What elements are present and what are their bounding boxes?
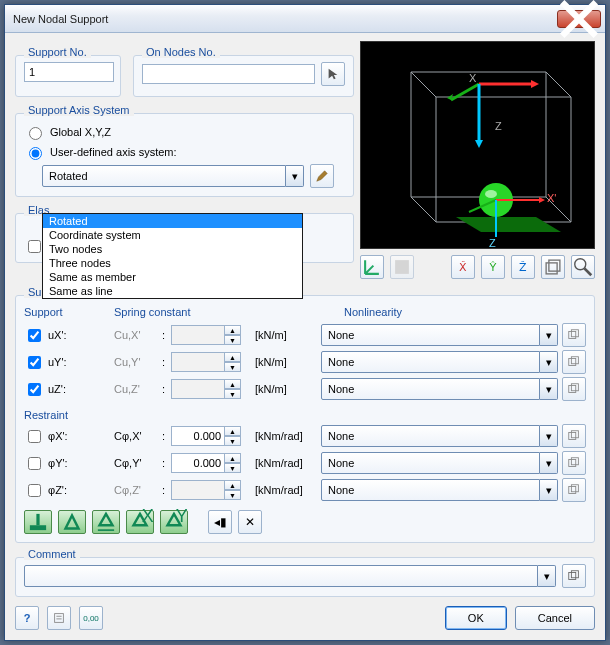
- svg-line-3: [546, 72, 571, 97]
- spring-spin[interactable]: ▲▼: [171, 426, 249, 446]
- window-title: New Nodal Support: [13, 13, 557, 25]
- svg-rect-51: [55, 614, 64, 623]
- svg-rect-25: [549, 260, 560, 271]
- nonlinearity-combo[interactable]: None▾: [321, 425, 558, 447]
- comment-combo[interactable]: ▾: [24, 565, 556, 587]
- spring-head: Spring constant: [114, 306, 314, 318]
- svg-point-16: [485, 190, 497, 198]
- close-button[interactable]: [557, 10, 601, 28]
- nonlin-edit-button[interactable]: [562, 323, 586, 347]
- axis-type-dropdown-list[interactable]: Rotated Coordinate system Two nodes Thre…: [42, 213, 303, 299]
- svg-text:X: X: [142, 509, 153, 526]
- nonlin-edit-button[interactable]: [562, 478, 586, 502]
- svg-text:Z: Z: [489, 237, 496, 249]
- support-check[interactable]: [28, 329, 41, 342]
- preset-roller-x-button[interactable]: [92, 510, 120, 534]
- support-no-input[interactable]: [24, 62, 114, 82]
- units-button[interactable]: 0,00: [79, 606, 103, 630]
- preset-pinned-button[interactable]: [58, 510, 86, 534]
- svg-rect-34: [569, 433, 576, 440]
- support-check[interactable]: [28, 457, 41, 470]
- nonlinearity-combo[interactable]: None▾: [321, 479, 558, 501]
- nonlin-edit-button[interactable]: [562, 424, 586, 448]
- spring-spin: ▲▼: [171, 379, 249, 399]
- dropdown-item[interactable]: Coordinate system: [43, 228, 302, 242]
- chevron-down-icon[interactable]: ▾: [286, 165, 304, 187]
- cancel-button[interactable]: Cancel: [515, 606, 595, 630]
- on-nodes-legend: On Nodes No.: [142, 46, 220, 58]
- help-button[interactable]: ?: [15, 606, 39, 630]
- nonlinearity-combo[interactable]: None▾: [321, 452, 558, 474]
- preset-save-button[interactable]: ◂▮: [208, 510, 232, 534]
- svg-rect-31: [571, 357, 578, 364]
- svg-rect-38: [569, 487, 576, 494]
- svg-line-8: [451, 84, 479, 100]
- axis-edit-button[interactable]: [310, 164, 334, 188]
- spring-spin: ▲▼: [171, 325, 249, 345]
- svg-rect-39: [571, 485, 578, 492]
- svg-text:Y: Y: [176, 509, 187, 526]
- nonlinearity-combo[interactable]: None▾: [321, 324, 558, 346]
- cube-toggle-button[interactable]: [390, 255, 414, 279]
- column-z-checkbox[interactable]: [28, 240, 41, 253]
- nonlinearity-combo[interactable]: None▾: [321, 378, 558, 400]
- preset-roller-z-button[interactable]: Y: [160, 510, 188, 534]
- svg-marker-42: [66, 516, 79, 529]
- preset-clear-button[interactable]: ✕: [238, 510, 262, 534]
- dropdown-item[interactable]: Same as member: [43, 270, 302, 284]
- nonlin-head: Nonlinearity: [344, 306, 586, 318]
- restraint-head: Restraint: [24, 409, 586, 421]
- support-check[interactable]: [28, 383, 41, 396]
- axis-toggle-button[interactable]: [360, 255, 384, 279]
- svg-line-27: [584, 268, 591, 275]
- details-button[interactable]: [47, 606, 71, 630]
- nonlinearity-combo[interactable]: None▾: [321, 351, 558, 373]
- ok-button[interactable]: OK: [445, 606, 507, 630]
- nonlin-edit-button[interactable]: [562, 350, 586, 374]
- preset-roller-y-button[interactable]: X: [126, 510, 154, 534]
- view-z-button[interactable]: Ẑ: [511, 255, 535, 279]
- comment-lib-button[interactable]: [562, 564, 586, 588]
- comment-legend: Comment: [24, 548, 80, 560]
- axis-system-legend: Support Axis System: [24, 104, 134, 116]
- axis-user-radio[interactable]: [29, 147, 42, 160]
- svg-text:X: X: [469, 72, 477, 84]
- svg-marker-14: [456, 217, 561, 232]
- axis-type-combo[interactable]: Rotated ▾: [42, 165, 304, 187]
- svg-rect-29: [571, 330, 578, 337]
- view-y-button[interactable]: Ŷ: [481, 255, 505, 279]
- svg-rect-36: [569, 460, 576, 467]
- chevron-down-icon[interactable]: ▾: [538, 565, 556, 587]
- axis-user-label: User-defined axis system:: [50, 146, 177, 158]
- svg-rect-28: [569, 332, 576, 339]
- view-x-button[interactable]: X̂: [451, 255, 475, 279]
- support-check[interactable]: [28, 356, 41, 369]
- spring-spin[interactable]: ▲▼: [171, 453, 249, 473]
- titlebar: New Nodal Support: [5, 5, 605, 33]
- dialog-new-nodal-support: New Nodal Support Support No. On Nodes N…: [4, 4, 606, 641]
- svg-point-26: [575, 259, 586, 270]
- pick-nodes-button[interactable]: [321, 62, 345, 86]
- nonlin-edit-button[interactable]: [562, 451, 586, 475]
- svg-rect-49: [569, 573, 576, 580]
- iso-view-button[interactable]: [541, 255, 565, 279]
- clip-view-button[interactable]: [571, 255, 595, 279]
- dropdown-item[interactable]: Same as line: [43, 284, 302, 298]
- svg-rect-32: [569, 386, 576, 393]
- on-nodes-input[interactable]: [142, 64, 315, 84]
- nonlin-edit-button[interactable]: [562, 377, 586, 401]
- support-check[interactable]: [28, 430, 41, 443]
- svg-line-5: [411, 197, 436, 222]
- svg-rect-30: [569, 359, 576, 366]
- dropdown-item[interactable]: Rotated: [43, 214, 302, 228]
- dropdown-item[interactable]: Two nodes: [43, 242, 302, 256]
- preset-fixed-button[interactable]: [24, 510, 52, 534]
- svg-rect-37: [571, 458, 578, 465]
- axis-global-label: Global X,Y,Z: [50, 126, 111, 138]
- svg-rect-50: [571, 571, 578, 578]
- dropdown-item[interactable]: Three nodes: [43, 256, 302, 270]
- svg-rect-24: [546, 263, 557, 274]
- axis-global-radio[interactable]: [29, 127, 42, 140]
- support-check[interactable]: [28, 484, 41, 497]
- svg-marker-18: [539, 197, 545, 203]
